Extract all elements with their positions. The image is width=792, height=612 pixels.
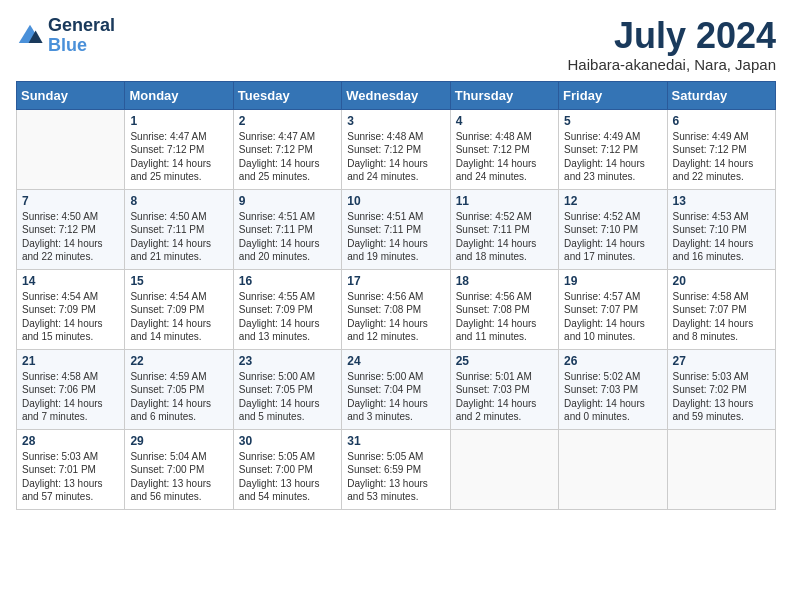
weekday-header: Saturday	[667, 81, 775, 109]
calendar-cell	[17, 109, 125, 189]
day-info: Sunrise: 5:05 AMSunset: 7:00 PMDaylight:…	[239, 450, 336, 504]
calendar-cell	[559, 429, 667, 509]
calendar-cell: 1Sunrise: 4:47 AMSunset: 7:12 PMDaylight…	[125, 109, 233, 189]
calendar-cell: 11Sunrise: 4:52 AMSunset: 7:11 PMDayligh…	[450, 189, 558, 269]
day-info: Sunrise: 4:51 AMSunset: 7:11 PMDaylight:…	[239, 210, 336, 264]
day-number: 8	[130, 194, 227, 208]
day-number: 23	[239, 354, 336, 368]
day-info: Sunrise: 4:54 AMSunset: 7:09 PMDaylight:…	[130, 290, 227, 344]
calendar-cell: 4Sunrise: 4:48 AMSunset: 7:12 PMDaylight…	[450, 109, 558, 189]
logo-icon	[16, 22, 44, 50]
day-info: Sunrise: 4:54 AMSunset: 7:09 PMDaylight:…	[22, 290, 119, 344]
day-number: 12	[564, 194, 661, 208]
weekday-header: Sunday	[17, 81, 125, 109]
day-number: 14	[22, 274, 119, 288]
day-number: 28	[22, 434, 119, 448]
calendar-cell: 31Sunrise: 5:05 AMSunset: 6:59 PMDayligh…	[342, 429, 450, 509]
logo-text: General Blue	[48, 16, 115, 56]
day-info: Sunrise: 4:57 AMSunset: 7:07 PMDaylight:…	[564, 290, 661, 344]
calendar-cell: 21Sunrise: 4:58 AMSunset: 7:06 PMDayligh…	[17, 349, 125, 429]
day-info: Sunrise: 5:03 AMSunset: 7:01 PMDaylight:…	[22, 450, 119, 504]
day-info: Sunrise: 4:49 AMSunset: 7:12 PMDaylight:…	[564, 130, 661, 184]
day-number: 2	[239, 114, 336, 128]
day-number: 31	[347, 434, 444, 448]
day-info: Sunrise: 4:52 AMSunset: 7:11 PMDaylight:…	[456, 210, 553, 264]
weekday-header: Wednesday	[342, 81, 450, 109]
day-info: Sunrise: 4:59 AMSunset: 7:05 PMDaylight:…	[130, 370, 227, 424]
day-info: Sunrise: 4:50 AMSunset: 7:11 PMDaylight:…	[130, 210, 227, 264]
weekday-header: Tuesday	[233, 81, 341, 109]
day-info: Sunrise: 4:58 AMSunset: 7:07 PMDaylight:…	[673, 290, 770, 344]
day-number: 25	[456, 354, 553, 368]
day-number: 18	[456, 274, 553, 288]
calendar-cell: 28Sunrise: 5:03 AMSunset: 7:01 PMDayligh…	[17, 429, 125, 509]
day-number: 6	[673, 114, 770, 128]
calendar-cell: 23Sunrise: 5:00 AMSunset: 7:05 PMDayligh…	[233, 349, 341, 429]
calendar-cell: 17Sunrise: 4:56 AMSunset: 7:08 PMDayligh…	[342, 269, 450, 349]
calendar-cell: 3Sunrise: 4:48 AMSunset: 7:12 PMDaylight…	[342, 109, 450, 189]
calendar-cell: 29Sunrise: 5:04 AMSunset: 7:00 PMDayligh…	[125, 429, 233, 509]
day-number: 13	[673, 194, 770, 208]
day-number: 17	[347, 274, 444, 288]
day-number: 9	[239, 194, 336, 208]
day-number: 30	[239, 434, 336, 448]
calendar-cell: 24Sunrise: 5:00 AMSunset: 7:04 PMDayligh…	[342, 349, 450, 429]
calendar-cell: 14Sunrise: 4:54 AMSunset: 7:09 PMDayligh…	[17, 269, 125, 349]
calendar-cell	[667, 429, 775, 509]
day-info: Sunrise: 4:53 AMSunset: 7:10 PMDaylight:…	[673, 210, 770, 264]
day-info: Sunrise: 4:52 AMSunset: 7:10 PMDaylight:…	[564, 210, 661, 264]
day-number: 1	[130, 114, 227, 128]
calendar-cell: 6Sunrise: 4:49 AMSunset: 7:12 PMDaylight…	[667, 109, 775, 189]
day-info: Sunrise: 4:58 AMSunset: 7:06 PMDaylight:…	[22, 370, 119, 424]
day-number: 3	[347, 114, 444, 128]
day-number: 26	[564, 354, 661, 368]
calendar-week-row: 28Sunrise: 5:03 AMSunset: 7:01 PMDayligh…	[17, 429, 776, 509]
day-info: Sunrise: 4:49 AMSunset: 7:12 PMDaylight:…	[673, 130, 770, 184]
calendar-week-row: 14Sunrise: 4:54 AMSunset: 7:09 PMDayligh…	[17, 269, 776, 349]
day-number: 21	[22, 354, 119, 368]
day-info: Sunrise: 4:50 AMSunset: 7:12 PMDaylight:…	[22, 210, 119, 264]
page-header: General Blue July 2024 Haibara-akanedai,…	[16, 16, 776, 73]
calendar-cell: 16Sunrise: 4:55 AMSunset: 7:09 PMDayligh…	[233, 269, 341, 349]
calendar-cell: 7Sunrise: 4:50 AMSunset: 7:12 PMDaylight…	[17, 189, 125, 269]
day-info: Sunrise: 4:56 AMSunset: 7:08 PMDaylight:…	[347, 290, 444, 344]
weekday-header: Friday	[559, 81, 667, 109]
month-year: July 2024	[568, 16, 776, 56]
calendar-cell: 12Sunrise: 4:52 AMSunset: 7:10 PMDayligh…	[559, 189, 667, 269]
calendar-cell: 2Sunrise: 4:47 AMSunset: 7:12 PMDaylight…	[233, 109, 341, 189]
day-number: 16	[239, 274, 336, 288]
day-info: Sunrise: 4:48 AMSunset: 7:12 PMDaylight:…	[456, 130, 553, 184]
calendar-cell: 5Sunrise: 4:49 AMSunset: 7:12 PMDaylight…	[559, 109, 667, 189]
day-info: Sunrise: 5:02 AMSunset: 7:03 PMDaylight:…	[564, 370, 661, 424]
calendar-cell: 27Sunrise: 5:03 AMSunset: 7:02 PMDayligh…	[667, 349, 775, 429]
calendar-cell: 26Sunrise: 5:02 AMSunset: 7:03 PMDayligh…	[559, 349, 667, 429]
day-number: 4	[456, 114, 553, 128]
calendar-table: SundayMondayTuesdayWednesdayThursdayFrid…	[16, 81, 776, 510]
calendar-cell: 8Sunrise: 4:50 AMSunset: 7:11 PMDaylight…	[125, 189, 233, 269]
calendar-body: 1Sunrise: 4:47 AMSunset: 7:12 PMDaylight…	[17, 109, 776, 509]
calendar-cell: 19Sunrise: 4:57 AMSunset: 7:07 PMDayligh…	[559, 269, 667, 349]
day-number: 7	[22, 194, 119, 208]
calendar-cell: 20Sunrise: 4:58 AMSunset: 7:07 PMDayligh…	[667, 269, 775, 349]
day-info: Sunrise: 4:47 AMSunset: 7:12 PMDaylight:…	[239, 130, 336, 184]
calendar-cell: 18Sunrise: 4:56 AMSunset: 7:08 PMDayligh…	[450, 269, 558, 349]
day-info: Sunrise: 5:03 AMSunset: 7:02 PMDaylight:…	[673, 370, 770, 424]
calendar-cell: 22Sunrise: 4:59 AMSunset: 7:05 PMDayligh…	[125, 349, 233, 429]
location: Haibara-akanedai, Nara, Japan	[568, 56, 776, 73]
day-info: Sunrise: 4:48 AMSunset: 7:12 PMDaylight:…	[347, 130, 444, 184]
day-info: Sunrise: 5:05 AMSunset: 6:59 PMDaylight:…	[347, 450, 444, 504]
calendar-cell	[450, 429, 558, 509]
logo: General Blue	[16, 16, 115, 56]
day-number: 10	[347, 194, 444, 208]
weekday-header: Thursday	[450, 81, 558, 109]
calendar-cell: 13Sunrise: 4:53 AMSunset: 7:10 PMDayligh…	[667, 189, 775, 269]
weekday-header: Monday	[125, 81, 233, 109]
day-info: Sunrise: 5:00 AMSunset: 7:05 PMDaylight:…	[239, 370, 336, 424]
day-number: 15	[130, 274, 227, 288]
weekday-row: SundayMondayTuesdayWednesdayThursdayFrid…	[17, 81, 776, 109]
day-info: Sunrise: 4:56 AMSunset: 7:08 PMDaylight:…	[456, 290, 553, 344]
calendar-cell: 9Sunrise: 4:51 AMSunset: 7:11 PMDaylight…	[233, 189, 341, 269]
day-info: Sunrise: 4:51 AMSunset: 7:11 PMDaylight:…	[347, 210, 444, 264]
day-number: 11	[456, 194, 553, 208]
day-number: 22	[130, 354, 227, 368]
